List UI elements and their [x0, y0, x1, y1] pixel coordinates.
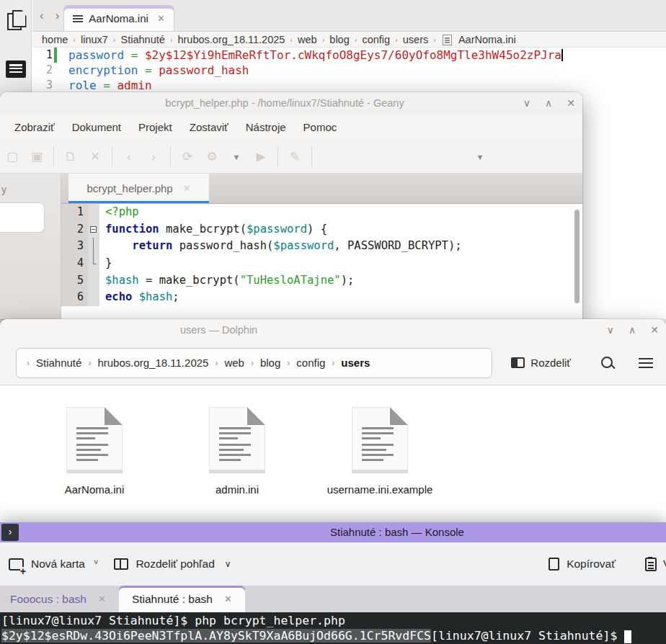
code-line: 3 return password_hash($password, PASSWO… — [61, 238, 582, 255]
geany-window: bcrypt_helper.php - /home/linux7/Stiahnu… — [0, 92, 582, 319]
save-all-icon[interactable]: ▣ — [25, 149, 49, 164]
code-text: echo $hash; — [99, 289, 179, 306]
chevron-separator-icon: › — [215, 358, 218, 368]
code-text: encryption = password_hash — [58, 63, 249, 78]
split-view-icon — [114, 558, 128, 570]
breadcrumb-item[interactable]: home — [42, 34, 68, 45]
file-item[interactable]: admin.ini — [170, 407, 304, 526]
fold-margin — [88, 289, 99, 306]
breadcrumb-item[interactable]: hrubos.org_18.11.2025 — [177, 34, 285, 45]
chevron-icon[interactable]: › — [27, 358, 30, 368]
fold-collapse-icon[interactable] — [90, 226, 97, 233]
geany-toolbar: ▢ ▣ 🗋 ✕ ‹ › ⟳ ⚙ ▼ ▶ ✎ ▼ — [0, 140, 582, 174]
close-icon[interactable]: ✕ — [567, 97, 575, 109]
breadcrumb-item[interactable]: blog — [260, 357, 280, 369]
split-view-button[interactable]: Rozdeliť pohľad ∨ — [114, 558, 231, 571]
close-tab-icon[interactable]: ✕ — [98, 594, 106, 604]
run-icon[interactable]: ▶ — [249, 149, 273, 164]
file-icon — [443, 35, 452, 45]
history-back-icon[interactable]: ‹ — [40, 9, 44, 23]
documents-icon[interactable] — [6, 10, 26, 29]
file-item[interactable]: AarNoma.ini — [27, 407, 161, 526]
breadcrumb-item[interactable]: config — [296, 357, 325, 369]
breadcrumb-item-current[interactable]: users — [341, 357, 370, 369]
copy-button[interactable]: Kopírovať — [549, 558, 616, 571]
close-tab-icon[interactable]: ✕ — [224, 594, 232, 604]
revert-icon[interactable]: 🗋 — [58, 150, 83, 164]
menu-toggle-icon[interactable]: › — [1, 524, 19, 541]
tab-stiahnute-bash[interactable]: Stiahnuté : bash ✕ — [119, 586, 245, 612]
paste-label: V — [663, 558, 666, 571]
maximize-icon[interactable]: ∧ — [545, 97, 552, 109]
nav-forward-icon[interactable]: › — [141, 150, 166, 164]
kate-tab-aarnoma[interactable]: AarNoma.ini ✕ — [63, 5, 174, 31]
terminal-output[interactable]: [linux7@linux7 Stiahnuté]$ php bcrypt_he… — [0, 612, 666, 644]
fold-margin — [88, 255, 99, 272]
location-bar[interactable]: › Stiahnuté› hrubos.org_18.11.2025› web›… — [16, 348, 492, 378]
code-text: function make_bcrypt($password) { — [99, 221, 327, 238]
menu-nastroje[interactable]: Nástroje — [237, 121, 295, 133]
dolphin-titlebar[interactable]: users — Dolphin ∨ ∧ ✕ — [0, 319, 666, 341]
breadcrumb-item[interactable]: hrubos.org_18.11.2025 — [97, 357, 208, 369]
chevron-separator-icon: › — [433, 35, 436, 44]
dropdown-caret-icon[interactable]: ˅ — [94, 558, 98, 566]
geany-editor[interactable]: 1 <?php 2 function make_bcrypt($password… — [61, 204, 582, 319]
hamburger-menu-icon[interactable] — [639, 357, 653, 369]
menu-pomoc[interactable]: Pomoc — [295, 121, 346, 133]
file-name: AarNoma.ini — [65, 483, 125, 496]
menu-zobrazit[interactable]: Zobraziť — [6, 121, 63, 133]
fold-margin — [88, 238, 99, 255]
history-forward-icon[interactable]: › — [56, 9, 60, 23]
menu-zostavit[interactable]: Zostaviť — [181, 121, 237, 133]
breadcrumb-item[interactable]: Stiahnuté — [121, 34, 165, 45]
nav-back-icon[interactable]: ‹ — [117, 150, 141, 164]
build-dropdown-icon[interactable]: ▼ — [224, 153, 249, 161]
close-tab-icon[interactable]: ✕ — [157, 13, 165, 24]
sidebar-tab-label-fragment[interactable]: y — [1, 184, 6, 195]
outline-icon[interactable] — [6, 61, 26, 78]
split-view-button[interactable]: Rozdeliť — [511, 357, 571, 369]
geany-tab-bcrypt-helper[interactable]: bcrypt_helper.php ✕ — [68, 174, 209, 203]
breadcrumb-item[interactable]: Stiahnuté — [36, 357, 81, 369]
fold-margin — [88, 221, 99, 238]
breadcrumb-item[interactable]: config — [362, 34, 390, 45]
menu-dokument[interactable]: Dokument — [63, 121, 130, 133]
konsole-tab-bar: Fooocus : bash ✕ Stiahnuté : bash ✕ — [0, 586, 666, 612]
breadcrumb-item[interactable]: blog — [329, 34, 349, 45]
breadcrumb-item[interactable]: users — [403, 34, 428, 45]
close-icon[interactable]: ✕ — [650, 324, 659, 336]
tab-fooocus-bash[interactable]: Fooocus : bash ✕ — [0, 586, 116, 612]
line-number: 4 — [61, 255, 88, 272]
new-tab-button[interactable]: Nová karta ˅ — [9, 558, 98, 571]
maximize-icon[interactable]: ∧ — [629, 324, 636, 336]
compile-icon[interactable]: ⟳ — [175, 149, 200, 164]
text-file-icon — [66, 407, 123, 473]
split-view-icon — [511, 357, 525, 368]
menu-projekt[interactable]: Projekt — [130, 121, 181, 133]
breadcrumb-item-current[interactable]: AarNoma.ini — [458, 34, 516, 45]
search-icon[interactable] — [600, 355, 616, 371]
breadcrumb-item[interactable]: linux7 — [81, 34, 108, 45]
breadcrumb-item[interactable]: web — [224, 357, 244, 369]
save-icon[interactable]: ▢ — [0, 149, 25, 164]
geany-titlebar[interactable]: bcrypt_helper.php - /home/linux7/Stiahnu… — [0, 92, 582, 114]
breadcrumb-item[interactable]: web — [298, 34, 317, 45]
geany-sidebar: y — [0, 174, 61, 319]
vertical-scrollbar[interactable] — [574, 210, 580, 303]
paste-button[interactable]: V — [645, 558, 666, 571]
close-tab-icon[interactable]: ✕ — [183, 183, 191, 194]
close-doc-icon[interactable]: ✕ — [83, 149, 107, 164]
konsole-titlebar[interactable]: › Stiahnuté : bash — Konsole — [0, 522, 666, 542]
file-view[interactable]: AarNoma.ini admin.ini username.ini.examp… — [0, 385, 666, 526]
copy-icon — [549, 558, 559, 571]
dolphin-toolbar: › Stiahnuté› hrubos.org_18.11.2025› web›… — [0, 341, 666, 385]
minimize-icon[interactable]: ∨ — [607, 324, 614, 336]
file-item[interactable]: username.ini.example — [313, 407, 447, 526]
minimize-icon[interactable]: ∨ — [523, 97, 530, 109]
text-file-icon — [352, 407, 408, 473]
color-chooser-icon[interactable]: ✎ — [283, 149, 307, 164]
goto-dropdown-icon[interactable]: ▼ — [468, 153, 492, 161]
chevron-separator-icon: › — [287, 358, 290, 368]
symbols-panel[interactable] — [0, 202, 45, 233]
build-icon[interactable]: ⚙ — [200, 149, 224, 164]
